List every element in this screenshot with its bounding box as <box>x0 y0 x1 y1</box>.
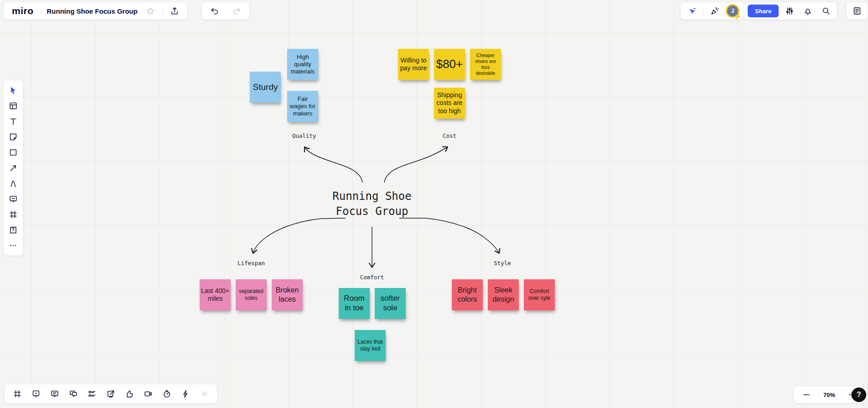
sticky-note-text: Sturdy <box>253 82 278 92</box>
sticky-note-text: softer sole <box>376 294 404 313</box>
sticky-note[interactable]: Sturdy <box>250 72 281 103</box>
notes-card <box>847 2 868 20</box>
sticky-note-text: Cheaper shoes are less desirable <box>471 52 500 76</box>
sticky-note[interactable]: Willing to pay more <box>398 49 429 80</box>
text-tool[interactable] <box>6 114 21 129</box>
sticky-note[interactable]: Comfort over syle <box>524 279 555 310</box>
redo-icon[interactable] <box>229 4 244 18</box>
search-icon[interactable] <box>819 4 833 18</box>
frames-panel-icon[interactable] <box>10 387 25 401</box>
sticky-note-tool[interactable] <box>6 130 21 144</box>
cards-icon[interactable] <box>85 387 99 401</box>
cluster-label-cost[interactable]: Cost <box>443 132 456 139</box>
reactions-icon[interactable] <box>122 387 137 401</box>
creation-toolbar <box>4 80 23 256</box>
sticky-note-text: Laces that stay tied <box>356 339 384 352</box>
quick-actions-icon[interactable] <box>178 387 193 401</box>
sticky-note-text: separated soles <box>237 288 265 301</box>
cluster-label-style[interactable]: Style <box>494 260 511 267</box>
favorite-star-icon[interactable] <box>143 4 158 18</box>
comments-panel-icon[interactable] <box>47 387 62 401</box>
sticky-note[interactable]: Last 400+ miles <box>200 279 231 310</box>
central-topic[interactable]: Running ShoeFocus Group <box>332 189 411 219</box>
board-canvas[interactable]: Running ShoeFocus GroupQualitySturdyHigh… <box>0 0 868 408</box>
export-upload-icon[interactable] <box>167 4 182 18</box>
templates-tool[interactable] <box>6 99 21 113</box>
zoom-out-button[interactable] <box>799 387 814 402</box>
lightning-badge-icon: ⚡ <box>734 14 741 19</box>
connector-style[interactable] <box>399 218 499 253</box>
select-tool[interactable] <box>6 83 21 98</box>
sticky-note[interactable]: Sleek design <box>488 279 519 310</box>
sticky-note[interactable]: Shipping costs are too high <box>434 88 465 119</box>
notes-panel-icon[interactable] <box>850 4 864 18</box>
central-topic-line: Focus Group <box>332 204 411 219</box>
sticky-note-text: $80+ <box>436 57 463 72</box>
connector-cost[interactable] <box>384 147 448 183</box>
sticky-note-text: Willing to pay more <box>399 57 428 72</box>
upload-tool[interactable] <box>6 223 21 237</box>
video-chat-icon[interactable] <box>141 387 155 401</box>
sticky-note-text: High quality materials <box>289 53 317 75</box>
sticky-note-text: Broken laces <box>273 286 301 303</box>
help-button[interactable]: ? <box>852 387 866 402</box>
party-popper-icon[interactable] <box>708 4 722 18</box>
miro-logo[interactable]: miro <box>9 5 36 16</box>
pen-tool[interactable] <box>6 176 21 191</box>
connector-quality[interactable] <box>305 147 362 183</box>
sticky-note[interactable]: separated soles <box>236 279 267 310</box>
cluster-label-quality[interactable]: Quality <box>292 132 316 139</box>
sticky-note[interactable]: High quality materials <box>287 49 318 80</box>
open-share-icon[interactable] <box>103 387 118 401</box>
avatar[interactable]: J ⚡ <box>726 4 739 18</box>
cluster-label-lifespan[interactable]: Lifespan <box>238 260 265 267</box>
divider <box>162 6 163 16</box>
frame-tool[interactable] <box>6 207 21 222</box>
sticky-note[interactable]: Laces that stay tied <box>355 330 386 361</box>
sticky-note-text: Last 400+ miles <box>201 287 229 303</box>
sticky-note[interactable]: Fair wages for makers <box>287 91 318 122</box>
follow-cursor-icon[interactable] <box>685 4 700 18</box>
board-header: miro Running Shoe Focus Group <box>4 2 187 20</box>
share-button[interactable]: Share <box>748 5 779 17</box>
divider <box>703 6 704 16</box>
timer-icon[interactable] <box>160 387 174 401</box>
connector-lifespan[interactable] <box>253 218 346 253</box>
undo-redo-card <box>202 2 249 20</box>
notifications-bell-icon[interactable] <box>801 4 815 18</box>
sticky-note-text: Comfort over syle <box>525 288 553 301</box>
settings-sliders-icon[interactable] <box>782 4 797 18</box>
sticky-note-text: Fair wages for makers <box>289 95 317 117</box>
connection-line-tool[interactable] <box>6 161 21 175</box>
sticky-note[interactable]: $80+ <box>434 49 465 80</box>
sticky-note[interactable]: Cheaper shoes are less desirable <box>470 49 501 80</box>
more-tools[interactable] <box>6 238 21 253</box>
presentation-mode-icon[interactable] <box>29 387 43 401</box>
sticky-note-text: Shipping costs are too high <box>435 91 464 115</box>
zoom-level[interactable]: 70% <box>823 392 835 398</box>
undo-icon[interactable] <box>207 4 222 18</box>
sticky-note-text: Bright colors <box>453 286 481 303</box>
sticky-note[interactable]: Room in toe <box>339 288 370 319</box>
cluster-label-comfort[interactable]: Comfort <box>360 274 384 281</box>
chat-icon[interactable] <box>66 387 81 401</box>
central-topic-line: Running Shoe <box>332 189 411 204</box>
collapse-toolbar-icon[interactable] <box>197 387 212 401</box>
board-title[interactable]: Running Shoe Focus Group <box>46 7 139 15</box>
sticky-note[interactable]: Bright colors <box>452 279 483 310</box>
divider <box>41 6 41 16</box>
share-card: Share <box>744 2 837 20</box>
collaboration-card: J ⚡ <box>681 2 744 20</box>
sticky-note-text: Sleek design <box>489 286 517 303</box>
sticky-note-text: Room in toe <box>340 294 368 313</box>
sticky-note[interactable]: Broken laces <box>272 279 303 310</box>
shapes-tool[interactable] <box>6 145 21 160</box>
sticky-note[interactable]: softer sole <box>375 288 406 319</box>
comment-tool[interactable] <box>6 192 21 206</box>
collaboration-toolbar <box>5 384 217 403</box>
